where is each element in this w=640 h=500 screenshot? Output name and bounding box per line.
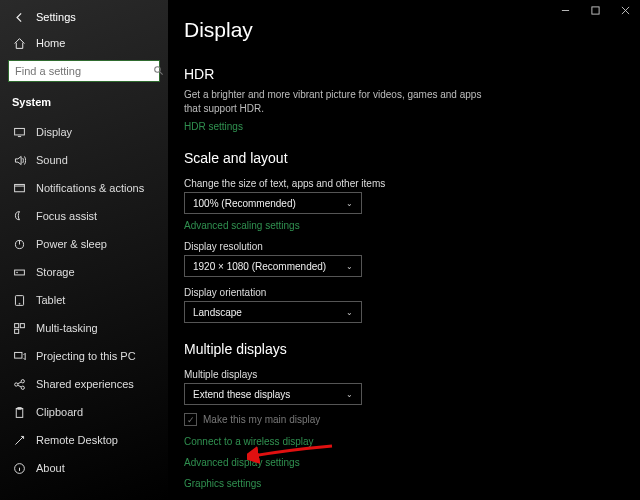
text-size-label: Change the size of text, apps and other …	[184, 172, 640, 192]
multitask-icon	[12, 321, 26, 335]
svg-rect-15	[16, 408, 23, 417]
svg-rect-18	[591, 6, 598, 13]
focus-icon	[12, 209, 26, 223]
about-icon	[12, 461, 26, 475]
storage-icon	[12, 265, 26, 279]
home-label: Home	[36, 37, 65, 49]
sidebar-item-focus[interactable]: Focus assist	[0, 202, 168, 230]
adv-display-link[interactable]: Advanced display settings	[184, 451, 640, 472]
chevron-down-icon: ⌄	[346, 308, 353, 317]
nav-label: Clipboard	[36, 406, 83, 418]
sidebar-item-power[interactable]: Power & sleep	[0, 230, 168, 258]
sidebar-item-sound[interactable]: Sound	[0, 146, 168, 174]
svg-rect-8	[14, 323, 18, 327]
hdr-settings-link[interactable]: HDR settings	[184, 119, 640, 136]
home-row[interactable]: Home	[0, 30, 168, 56]
search-icon	[153, 65, 164, 78]
chevron-down-icon: ⌄	[346, 199, 353, 208]
sidebar-item-project[interactable]: Projecting to this PC	[0, 342, 168, 370]
svg-rect-11	[14, 352, 21, 358]
nav-label: Sound	[36, 154, 68, 166]
sidebar-item-clipboard[interactable]: Clipboard	[0, 398, 168, 426]
display-icon	[12, 125, 26, 139]
orientation-select[interactable]: Landscape ⌄	[184, 301, 362, 323]
main-display-checkbox: ✓	[184, 413, 197, 426]
nav-label: About	[36, 462, 65, 474]
orientation-value: Landscape	[193, 307, 242, 318]
back-row: Settings	[0, 4, 168, 30]
resolution-value: 1920 × 1080 (Recommended)	[193, 261, 326, 272]
shared-icon	[12, 377, 26, 391]
search-input[interactable]	[8, 60, 160, 82]
remote-icon	[12, 433, 26, 447]
sidebar-item-display[interactable]: Display	[0, 118, 168, 146]
minimize-button[interactable]	[550, 0, 580, 20]
svg-rect-9	[20, 323, 24, 327]
tablet-icon	[12, 293, 26, 307]
multi-heading: Multiple displays	[184, 327, 640, 363]
back-icon[interactable]	[12, 10, 26, 24]
maximize-button[interactable]	[580, 0, 610, 20]
nav-label: Storage	[36, 266, 75, 278]
sound-icon	[12, 153, 26, 167]
multi-select[interactable]: Extend these displays ⌄	[184, 383, 362, 405]
svg-point-5	[16, 272, 17, 273]
sidebar-item-storage[interactable]: Storage	[0, 258, 168, 286]
search-field[interactable]	[15, 65, 153, 77]
orientation-label: Display orientation	[184, 281, 640, 301]
svg-rect-1	[14, 128, 24, 135]
main-display-checkbox-row: ✓ Make this my main display	[184, 409, 640, 428]
svg-rect-2	[14, 184, 24, 191]
nav-label: Shared experiences	[36, 378, 134, 390]
svg-point-0	[155, 66, 161, 72]
resolution-select[interactable]: 1920 × 1080 (Recommended) ⌄	[184, 255, 362, 277]
nav-label: Tablet	[36, 294, 65, 306]
svg-rect-10	[14, 329, 18, 333]
svg-point-14	[21, 386, 24, 389]
nav-label: Display	[36, 126, 72, 138]
power-icon	[12, 237, 26, 251]
svg-point-12	[14, 382, 17, 385]
text-size-value: 100% (Recommended)	[193, 198, 296, 209]
adv-scaling-link[interactable]: Advanced scaling settings	[184, 218, 640, 235]
chevron-down-icon: ⌄	[346, 262, 353, 271]
clipboard-icon	[12, 405, 26, 419]
graphics-settings-link[interactable]: Graphics settings	[184, 472, 640, 493]
hdr-heading: HDR	[184, 52, 640, 88]
sidebar-item-multitask[interactable]: Multi-tasking	[0, 314, 168, 342]
nav-label: Projecting to this PC	[36, 350, 136, 362]
notifications-icon	[12, 181, 26, 195]
scale-heading: Scale and layout	[184, 136, 640, 172]
sidebar-item-remote[interactable]: Remote Desktop	[0, 426, 168, 454]
multi-label: Multiple displays	[184, 363, 640, 383]
sidebar-section: System	[0, 90, 168, 112]
chevron-down-icon: ⌄	[346, 390, 353, 399]
nav-label: Power & sleep	[36, 238, 107, 250]
wireless-display-link[interactable]: Connect to a wireless display	[184, 428, 640, 451]
nav-label: Notifications & actions	[36, 182, 144, 194]
project-icon	[12, 349, 26, 363]
svg-point-7	[19, 303, 20, 304]
text-size-select[interactable]: 100% (Recommended) ⌄	[184, 192, 362, 214]
sidebar-item-shared[interactable]: Shared experiences	[0, 370, 168, 398]
sidebar-item-about[interactable]: About	[0, 454, 168, 482]
sidebar-item-notifications[interactable]: Notifications & actions	[0, 174, 168, 202]
nav-label: Remote Desktop	[36, 434, 118, 446]
sidebar-item-tablet[interactable]: Tablet	[0, 286, 168, 314]
svg-rect-4	[14, 270, 24, 275]
resolution-label: Display resolution	[184, 235, 640, 255]
home-icon	[12, 36, 26, 50]
close-button[interactable]	[610, 0, 640, 20]
svg-point-13	[21, 379, 24, 382]
window-title: Settings	[36, 11, 76, 23]
multi-value: Extend these displays	[193, 389, 290, 400]
nav-label: Multi-tasking	[36, 322, 98, 334]
main-display-label: Make this my main display	[203, 414, 320, 425]
hdr-desc: Get a brighter and more vibrant picture …	[184, 88, 484, 119]
nav-label: Focus assist	[36, 210, 97, 222]
